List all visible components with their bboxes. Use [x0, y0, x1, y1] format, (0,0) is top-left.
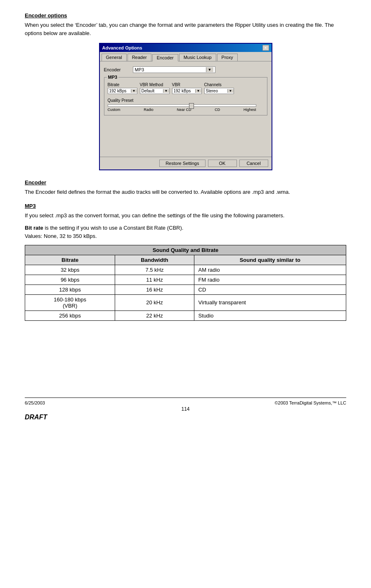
mp3-group-title: MP3	[107, 75, 119, 80]
quality-preset-section: Quality Preset Custom Radio Near CD CD H…	[108, 98, 264, 112]
table-main-header: Sound Quality and Bitrate	[25, 245, 346, 255]
dialog-box: Advanced Options × General Reader Encode…	[99, 43, 272, 170]
channels-arrow: ▼	[227, 89, 234, 93]
page-number: 114	[25, 406, 346, 412]
cancel-button[interactable]: Cancel	[239, 160, 268, 167]
cell-quality-0: AM radio	[194, 265, 346, 275]
restore-settings-button[interactable]: Restore Settings	[159, 160, 205, 167]
cell-bandwidth-4: 22 kHz	[115, 310, 194, 320]
dialog-wrapper: Advanced Options × General Reader Encode…	[25, 43, 346, 170]
mp3-controls-row: Bitrate 192 kBps ▼ VBR Method Default ▼	[108, 82, 264, 94]
footer-date: 6/25/2003	[25, 400, 45, 405]
bitrate-description: Bit rate is the setting if you wish to u…	[25, 224, 346, 240]
tab-music-lookup[interactable]: Music Lookup	[179, 54, 216, 61]
slider-label-highest: Highest	[243, 108, 256, 112]
footer: 6/25/2003 ©2003 TerraDigital Systems,™ L…	[25, 397, 346, 421]
encoder-label: Encoder	[104, 67, 133, 72]
table-row: 32 kbps 7.5 kHz AM radio	[25, 265, 346, 275]
empty-space	[25, 327, 346, 393]
table-row: 128 kbps 16 kHz CD	[25, 285, 346, 294]
cell-bitrate-0: 32 kbps	[25, 265, 115, 275]
encoder-select-value: MP3	[135, 67, 144, 72]
dialog-empty-space	[104, 120, 267, 153]
vbr-col: VBR 192 kBps ▼	[172, 82, 202, 94]
dialog-close-button[interactable]: ×	[262, 45, 269, 51]
cell-bandwidth-2: 16 kHz	[115, 285, 194, 294]
col-header-quality: Sound quality similar to	[194, 255, 346, 265]
encoder-select[interactable]: MP3 ▼	[133, 66, 215, 73]
section-heading: Encoder options	[25, 12, 346, 19]
dialog-buttons: Restore Settings OK Cancel	[100, 157, 272, 169]
cell-quality-2: CD	[194, 285, 346, 294]
bitrate-label: Bitrate	[108, 82, 137, 87]
table-row: 256 kbps 22 kHz Studio	[25, 310, 346, 320]
col-header-bitrate: Bitrate	[25, 255, 115, 265]
vbr-arrow: ▼	[195, 89, 201, 93]
vbr-label: VBR	[172, 82, 202, 87]
cell-bitrate-1: 96 kbps	[25, 275, 115, 285]
cell-quality-1: FM radio	[194, 275, 346, 285]
dialog-content: Encoder MP3 ▼ MP3 Bitrate 192 kBps ▼	[100, 61, 272, 157]
quality-slider-track[interactable]	[108, 104, 256, 107]
vbr-method-select[interactable]: Default ▼	[140, 88, 170, 94]
dialog-tabs: General Reader Encoder Music Lookup Prox…	[100, 52, 272, 61]
slider-labels: Custom Radio Near CD CD Highest	[108, 108, 256, 112]
table-row: 96 kbps 11 kHz FM radio	[25, 275, 346, 285]
vbr-method-col: VBR Method Default ▼	[140, 82, 170, 94]
slider-label-custom: Custom	[108, 108, 121, 112]
channels-value: Stereo	[205, 88, 219, 94]
bitrate-arrow: ▼	[131, 89, 137, 93]
encoder-section-title: Encoder	[25, 179, 346, 186]
tab-general[interactable]: General	[102, 54, 127, 61]
ok-button[interactable]: OK	[208, 160, 237, 167]
vbr-select[interactable]: 192 kBps ▼	[172, 88, 202, 94]
channels-col: Channels Stereo ▼	[204, 82, 234, 94]
dialog-title: Advanced Options	[102, 45, 142, 50]
dialog-titlebar: Advanced Options ×	[100, 44, 272, 52]
cell-bitrate-4: 256 kbps	[25, 310, 115, 320]
cell-bandwidth-0: 7.5 kHz	[115, 265, 194, 275]
bitrate-col: Bitrate 192 kBps ▼	[108, 82, 137, 94]
cell-bandwidth-3: 20 kHz	[115, 294, 194, 310]
footer-line: 6/25/2003 ©2003 TerraDigital Systems,™ L…	[25, 400, 346, 405]
channels-select[interactable]: Stereo ▼	[204, 88, 234, 94]
vbr-method-label: VBR Method	[140, 82, 170, 87]
encoder-select-arrow: ▼	[206, 67, 213, 72]
mp3-group: MP3 Bitrate 192 kBps ▼ VBR Method	[104, 77, 267, 115]
channels-label: Channels	[204, 82, 234, 87]
slider-label-radio: Radio	[144, 108, 154, 112]
tab-proxy[interactable]: Proxy	[217, 54, 238, 61]
quality-slider-thumb[interactable]	[189, 103, 194, 109]
bitrate-heading: Bit rate	[25, 225, 43, 231]
slider-label-cd: CD	[215, 108, 220, 112]
bitrate-desc-text: is the setting if you wish to use a Cons…	[45, 225, 183, 231]
vbr-value: 192 kBps	[173, 88, 192, 94]
mp3-section-title: MP3	[25, 203, 346, 209]
table-row: 160-180 kbps (VBR) 20 kHz Virtually tran…	[25, 294, 346, 310]
mp3-section-text: If you select .mp3 as the convert format…	[25, 212, 346, 220]
encoder-section-text: The Encoder field defines the format the…	[25, 188, 346, 196]
bitrate-select[interactable]: 192 kBps ▼	[108, 88, 137, 94]
vbr-method-value: Default	[140, 88, 156, 94]
bitrate-values: Values: None, 32 to 350 kBps.	[25, 233, 97, 239]
cell-quality-3: Virtually transparent	[194, 294, 346, 310]
cell-bitrate-2: 128 kbps	[25, 285, 115, 294]
tab-encoder[interactable]: Encoder	[152, 54, 178, 61]
footer-copyright: ©2003 TerraDigital Systems,™ LLC	[274, 400, 346, 405]
cell-bitrate-3: 160-180 kbps (VBR)	[25, 294, 115, 310]
draft-label: DRAFT	[25, 414, 346, 421]
quality-preset-label: Quality Preset	[108, 98, 264, 103]
vbr-method-arrow: ▼	[163, 89, 169, 93]
bitrate-value: 192 kBps	[108, 88, 128, 94]
tab-reader[interactable]: Reader	[128, 54, 151, 61]
col-header-bandwidth: Bandwidth	[115, 255, 194, 265]
cell-bandwidth-1: 11 kHz	[115, 275, 194, 285]
encoder-row: Encoder MP3 ▼	[104, 66, 267, 73]
sound-quality-table: Sound Quality and Bitrate Bitrate Bandwi…	[25, 245, 346, 321]
intro-text: When you select the ‘Encoder’ tab, you c…	[25, 21, 346, 37]
cell-quality-4: Studio	[194, 310, 346, 320]
